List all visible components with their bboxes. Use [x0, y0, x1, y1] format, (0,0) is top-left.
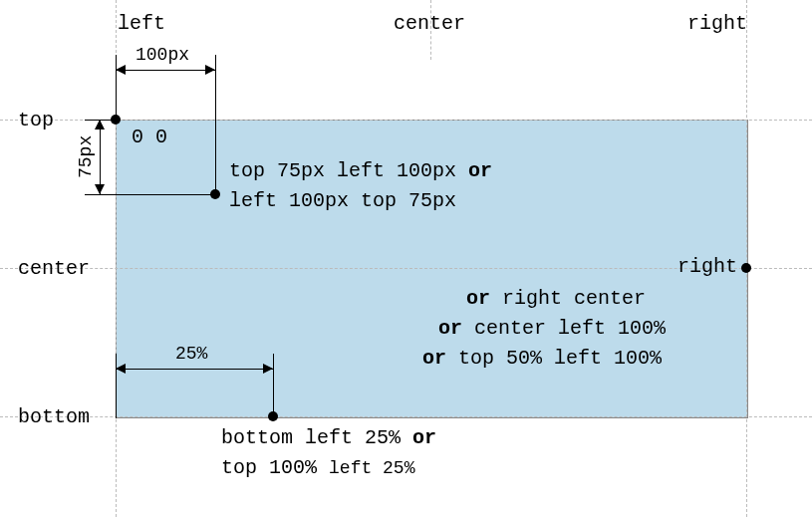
point-right-dot: [741, 263, 751, 273]
label-right-alt1: or right center: [466, 287, 646, 310]
axis-label-right: right: [687, 12, 747, 35]
label-right-alt2-text: center left 100%: [474, 317, 666, 340]
label-right-alt2: or center left 100%: [438, 317, 666, 340]
label-right-alt3: or top 50% left 100%: [422, 347, 662, 370]
dim-100px-arrow-left: [116, 65, 126, 75]
gridline-right: [746, 0, 747, 517]
axis-label-left: left: [118, 12, 165, 35]
label-or-2: or: [466, 287, 490, 310]
label-offset-line1: top 75px left 100px or: [229, 159, 492, 182]
label-bottom-line1: bottom left 25% or: [221, 426, 436, 449]
label-right: right: [677, 255, 737, 278]
point-offset-dot: [210, 189, 220, 199]
axis-label-center-side: center: [18, 257, 90, 280]
dim-75px-arrow-up: [95, 120, 105, 129]
dim-75px-tick-bottom: [85, 194, 219, 195]
axis-label-top: top: [18, 109, 54, 131]
label-right-alt1-text: right center: [502, 287, 646, 310]
label-right-alt3-text: top 50% left 100%: [458, 347, 662, 370]
label-or-4: or: [422, 347, 446, 370]
dim-25pct-line: [116, 369, 273, 370]
dim-25pct-label: 25%: [175, 344, 207, 364]
label-bottom-b-prefix: top 100%: [221, 456, 317, 479]
label-or-3: or: [438, 317, 462, 340]
dim-100px-line: [116, 70, 215, 71]
label-bottom-b-suffix: left 25%: [329, 458, 414, 478]
dim-25pct-arrow-left: [116, 364, 126, 374]
gridline-top: [0, 120, 812, 121]
dim-100px-label: 100px: [135, 45, 189, 65]
gridline-bottom: [0, 416, 812, 417]
label-bottom-line2: top 100% left 25%: [221, 456, 414, 479]
dim-100px-arrow-right: [205, 65, 215, 75]
point-bottom-dot: [268, 411, 278, 421]
dim-75px-label: 75px: [76, 135, 96, 178]
dim-25pct-arrow-right: [263, 364, 273, 374]
label-or-1: or: [468, 159, 492, 182]
axis-label-center-top: center: [394, 12, 465, 35]
label-origin: 0 0: [132, 126, 167, 148]
dim-100px-tick-right: [215, 55, 216, 194]
dim-25pct-tick-right: [273, 354, 274, 418]
label-or-5: or: [412, 426, 436, 449]
label-bottom-a: bottom left 25%: [221, 426, 401, 449]
position-diagram: left center right top center bottom 100p…: [0, 0, 812, 517]
dim-75px-arrow-down: [95, 184, 105, 194]
point-origin-dot: [111, 115, 121, 125]
axis-label-bottom: bottom: [18, 405, 90, 428]
label-offset-b: left 100px top 75px: [229, 189, 456, 212]
dim-75px-line: [100, 120, 101, 194]
label-offset-a: top 75px left 100px: [229, 159, 456, 182]
